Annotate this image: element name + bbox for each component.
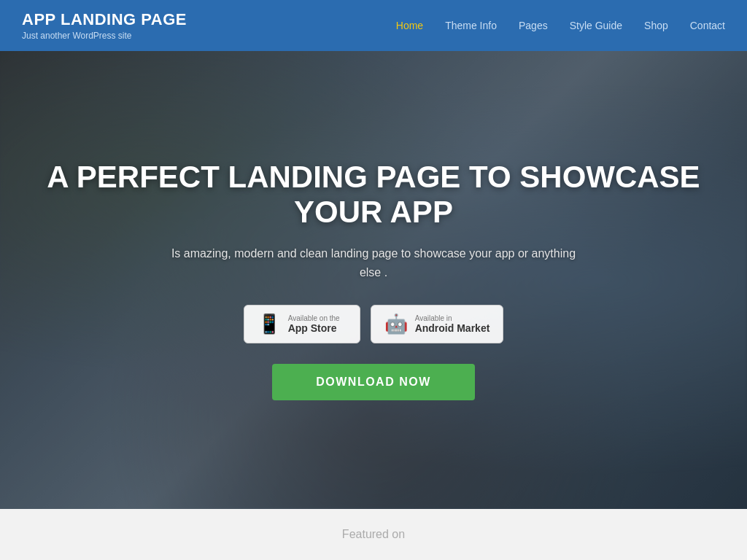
- android-market-icon: 🤖: [384, 313, 408, 335]
- hero-content: A PERFECT LANDING PAGE TO SHOWCASE YOUR …: [0, 160, 747, 401]
- android-market-button[interactable]: 🤖Available inAndroid Market: [371, 305, 504, 343]
- store-btn-name: App Store: [288, 322, 340, 334]
- site-tagline: Just another WordPress site: [22, 31, 187, 41]
- nav-item-style-guide[interactable]: Style Guide: [570, 20, 622, 31]
- site-title: APP LANDING PAGE: [22, 10, 187, 29]
- store-btn-name: Android Market: [415, 322, 490, 334]
- store-buttons: 📱Available on theApp Store🤖Available inA…: [44, 305, 703, 343]
- nav-item-theme-info[interactable]: Theme Info: [445, 20, 497, 31]
- featured-label: Featured on: [342, 528, 405, 541]
- nav-item-pages[interactable]: Pages: [519, 20, 548, 31]
- hero-subtext: Is amazing, modern and clean landing pag…: [169, 244, 578, 281]
- hero-section: A PERFECT LANDING PAGE TO SHOWCASE YOUR …: [0, 51, 747, 509]
- app-store-button[interactable]: 📱Available on theApp Store: [244, 305, 360, 343]
- hero-headline: A PERFECT LANDING PAGE TO SHOWCASE YOUR …: [44, 160, 703, 230]
- app-store-icon: 📱: [258, 313, 281, 335]
- featured-section: Featured on: [0, 509, 747, 560]
- download-button[interactable]: DOWNLOAD NOW: [272, 364, 475, 400]
- nav-item-home[interactable]: Home: [396, 20, 423, 31]
- main-nav: HomeTheme InfoPagesStyle GuideShopContac…: [396, 20, 725, 31]
- nav-item-contact[interactable]: Contact: [690, 20, 725, 31]
- store-btn-label: Available in: [415, 314, 490, 322]
- store-btn-label: Available on the: [288, 314, 340, 322]
- nav-item-shop[interactable]: Shop: [644, 20, 668, 31]
- site-branding: APP LANDING PAGE Just another WordPress …: [22, 10, 187, 41]
- site-header: APP LANDING PAGE Just another WordPress …: [0, 0, 747, 51]
